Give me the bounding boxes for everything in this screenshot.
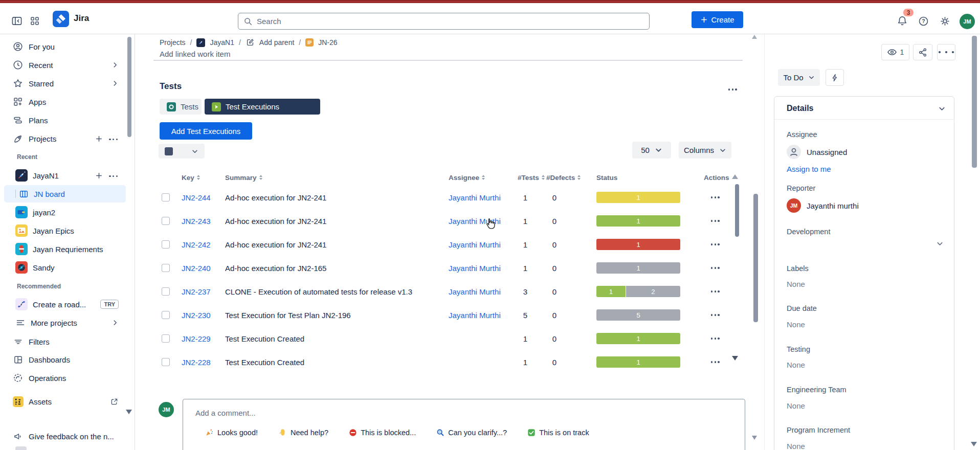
sidebar-item-apps[interactable]: Apps — [4, 93, 126, 110]
row-key-link[interactable]: JN2-243 — [182, 209, 211, 233]
tests-section-more-icon[interactable] — [727, 84, 738, 93]
row-assignee-link[interactable]: Jayanthi Murthi — [449, 280, 501, 303]
reporter-value[interactable]: JM Jayanthi murthi — [787, 198, 859, 213]
breadcrumb-add-parent-link[interactable]: Add parent — [259, 38, 295, 47]
tab-tests[interactable]: Tests — [160, 99, 202, 115]
testing-value[interactable]: None — [787, 361, 805, 369]
column-header-tests[interactable]: #Tests — [518, 171, 545, 184]
sidebar-item-recent[interactable]: Recent — [4, 56, 126, 74]
quick-reply-looks-good[interactable]: Looks good! — [205, 428, 258, 437]
more-actions-button[interactable] — [937, 44, 955, 60]
row-checkbox[interactable] — [162, 240, 170, 249]
row-assignee-link[interactable]: Jayanthi Murthi — [449, 256, 501, 280]
automation-button[interactable] — [826, 69, 844, 86]
comment-box[interactable]: Add a comment... Looks good! Need help? … — [183, 399, 745, 450]
app-switcher-icon[interactable] — [30, 16, 40, 26]
column-header-defects[interactable]: #Defects — [546, 171, 581, 184]
sidebar-item-starred[interactable]: Starred — [4, 75, 126, 92]
watch-button[interactable]: 1 — [881, 44, 909, 60]
row-key-link[interactable]: JN2-244 — [182, 186, 211, 209]
row-key-link[interactable]: JN2-229 — [182, 327, 211, 350]
program-increment-value[interactable]: None — [787, 442, 805, 450]
column-header-key[interactable]: Key — [182, 171, 200, 184]
row-checkbox[interactable] — [162, 311, 170, 319]
row-checkbox[interactable] — [162, 358, 170, 366]
development-label: Development — [787, 228, 830, 236]
assignee-value[interactable]: Unassigned — [787, 145, 847, 159]
breadcrumb-project-link[interactable]: JayaN1 — [210, 38, 234, 47]
chevron-right-icon[interactable] — [112, 80, 126, 87]
quick-reply-on-track[interactable]: This is on track — [527, 429, 589, 437]
engineering-team-value[interactable]: None — [787, 401, 805, 410]
row-assignee-link[interactable]: Jayanthi Murthi — [449, 186, 501, 209]
chevron-down-icon[interactable] — [936, 240, 944, 248]
search-input[interactable] — [257, 17, 615, 26]
row-actions-button[interactable] — [710, 327, 721, 350]
column-header-assignee[interactable]: Assignee — [449, 171, 485, 184]
row-actions-button[interactable] — [710, 209, 721, 233]
jira-logo-icon[interactable] — [53, 11, 69, 27]
assign-to-me-link[interactable]: Assign to me — [787, 165, 831, 173]
sidebar-project-jayan1[interactable]: JayaN1 — [4, 167, 126, 184]
row-key-link[interactable]: JN2-242 — [182, 233, 211, 256]
row-actions-button[interactable] — [710, 280, 721, 303]
row-actions-button[interactable] — [710, 256, 721, 280]
breadcrumb-item-key[interactable]: JN-26 — [318, 38, 337, 47]
global-search[interactable] — [238, 13, 650, 30]
breadcrumb-projects-link[interactable]: Projects — [160, 38, 186, 47]
sidebar-collapse-icon[interactable] — [11, 15, 23, 27]
row-key-link[interactable]: JN2-240 — [182, 256, 211, 280]
column-header-summary[interactable]: Summary — [225, 171, 262, 184]
labels-value[interactable]: None — [787, 280, 805, 288]
sidebar-scroll-down-icon[interactable] — [126, 410, 132, 414]
sidebar-scrollbar-thumb[interactable] — [127, 37, 131, 137]
page-size-dropdown[interactable]: 50 — [632, 142, 671, 159]
row-assignee-link[interactable]: Jayanthi Murthi — [449, 209, 501, 233]
details-header[interactable]: Details — [787, 104, 946, 113]
table-scroll-up-icon[interactable] — [732, 174, 738, 179]
sidebar-item-assets[interactable]: Assets — [4, 393, 126, 410]
quick-reply-blocked[interactable]: This is blocked... — [349, 429, 416, 437]
row-checkbox[interactable] — [162, 193, 170, 201]
chevron-right-icon[interactable] — [112, 61, 126, 69]
sidebar-item-projects[interactable]: Projects — [4, 130, 126, 147]
add-icon[interactable] — [95, 172, 103, 179]
row-checkbox[interactable] — [162, 217, 170, 225]
columns-dropdown[interactable]: Columns — [679, 142, 731, 159]
row-checkbox[interactable] — [162, 287, 170, 296]
add-project-icon[interactable] — [95, 135, 103, 143]
row-assignee-link[interactable]: Jayanthi Murthi — [449, 233, 501, 256]
row-actions-button[interactable] — [710, 233, 721, 256]
sidebar-item-feedback[interactable]: Give feedback on the n... — [4, 428, 126, 445]
content-scroll-down-icon[interactable] — [752, 436, 757, 440]
tab-test-executions[interactable]: Test Executions — [205, 99, 320, 115]
row-checkbox[interactable] — [162, 334, 170, 343]
page-scrollbar-thumb[interactable] — [972, 36, 977, 168]
share-button[interactable] — [913, 44, 932, 60]
help-icon[interactable]: ? — [918, 16, 929, 27]
row-key-link[interactable]: JN2-237 — [182, 280, 211, 303]
quick-reply-need-help[interactable]: Need help? — [278, 428, 328, 437]
row-assignee-link[interactable]: Jayanthi Murthi — [449, 303, 501, 327]
content-scroll-up-icon[interactable] — [752, 35, 757, 39]
user-avatar[interactable]: JM — [960, 14, 975, 29]
settings-gear-icon[interactable] — [940, 16, 950, 27]
row-checkbox[interactable] — [162, 264, 170, 272]
add-test-executions-button[interactable]: Add Test Executions — [160, 122, 252, 140]
bulk-select-dropdown[interactable] — [159, 144, 205, 159]
row-key-link[interactable]: JN2-230 — [182, 303, 211, 327]
status-dropdown[interactable]: To Do — [778, 69, 820, 86]
create-button[interactable]: Create — [692, 11, 743, 28]
more-icon[interactable] — [108, 171, 119, 180]
due-date-value[interactable]: None — [787, 320, 805, 329]
projects-more-icon[interactable] — [108, 134, 119, 143]
row-key-link[interactable]: JN2-228 — [182, 350, 211, 374]
row-actions-button[interactable] — [710, 303, 721, 327]
quick-reply-clarify[interactable]: Can you clarify...? — [436, 429, 507, 437]
page-scroll-down-icon[interactable] — [971, 442, 977, 446]
content-scrollbar-thumb[interactable] — [753, 194, 758, 322]
sidebar-item-for-you[interactable]: For you — [4, 38, 126, 55]
row-actions-button[interactable] — [710, 186, 721, 209]
row-actions-button[interactable] — [710, 350, 721, 374]
sidebar-item-plans[interactable]: Plans — [4, 111, 126, 129]
